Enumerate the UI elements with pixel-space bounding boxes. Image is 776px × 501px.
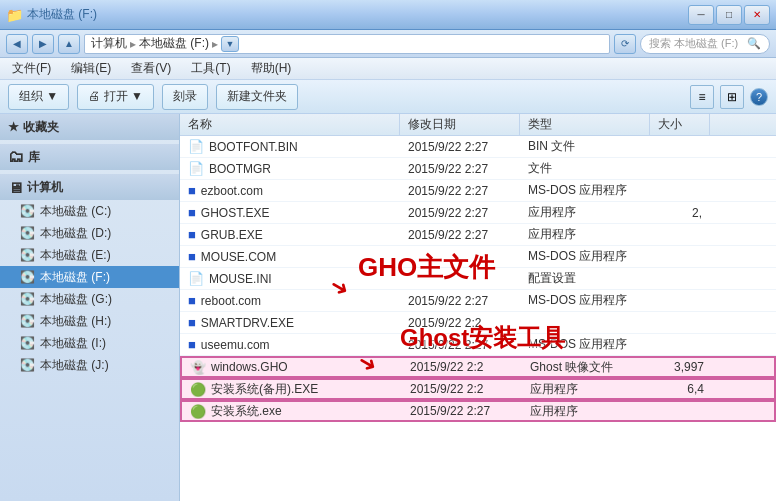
- minimize-button[interactable]: ─: [688, 5, 714, 25]
- breadcrumb-computer[interactable]: 计算机: [91, 35, 127, 52]
- file-row-install[interactable]: 🟢 安装系统.exe 2015/9/22 2:27 应用程序: [180, 400, 776, 422]
- back-button[interactable]: ◀: [6, 34, 28, 54]
- file-size-reboot: [650, 290, 710, 311]
- open-button[interactable]: 🖨 打开 ▼: [77, 84, 154, 110]
- disk-icon-g: 💽: [20, 292, 35, 306]
- file-date-reboot: 2015/9/22 2:27: [400, 290, 520, 311]
- file-type-bootmgr: 文件: [520, 158, 650, 179]
- file-name-bootfont: 📄 BOOTFONT.BIN: [180, 136, 400, 157]
- file-name-install-backup: 🟢 安装系统(备用).EXE: [182, 380, 402, 398]
- file-row-useemu[interactable]: ■ useemu.com 2015/9/22 2:27 MS-DOS 应用程序: [180, 334, 776, 356]
- file-name-windows-gho: 👻 windows.GHO: [182, 358, 402, 376]
- sidebar-item-g[interactable]: 💽 本地磁盘 (G:): [0, 288, 179, 310]
- breadcrumb[interactable]: 计算机 ▸ 本地磁盘 (F:) ▸ ▼: [84, 34, 610, 54]
- title-bar-left: 📁 本地磁盘 (F:): [6, 6, 97, 23]
- new-folder-button[interactable]: 新建文件夹: [216, 84, 298, 110]
- disk-icon-d: 💽: [20, 226, 35, 240]
- file-date-grub: 2015/9/22 2:27: [400, 224, 520, 245]
- file-row-install-backup[interactable]: 🟢 安装系统(备用).EXE 2015/9/22 2:2 应用程序 6,4: [180, 378, 776, 400]
- help-button[interactable]: ?: [750, 88, 768, 106]
- menu-file[interactable]: 文件(F): [8, 60, 55, 77]
- file-row-grub[interactable]: ■ GRUB.EXE 2015/9/22 2:27 应用程序: [180, 224, 776, 246]
- favorites-label: 收藏夹: [23, 119, 59, 136]
- up-button[interactable]: ▲: [58, 34, 80, 54]
- menu-help[interactable]: 帮助(H): [247, 60, 296, 77]
- open-label: 🖨 打开 ▼: [88, 88, 143, 105]
- burn-label: 刻录: [173, 88, 197, 105]
- col-header-type[interactable]: 类型: [520, 114, 650, 135]
- menu-tools[interactable]: 工具(T): [187, 60, 234, 77]
- libraries-label: 库: [28, 149, 40, 166]
- sidebar-item-d[interactable]: 💽 本地磁盘 (D:): [0, 222, 179, 244]
- sidebar-item-f[interactable]: 💽 本地磁盘 (F:): [0, 266, 179, 288]
- file-icon-ezboot: ■: [188, 183, 196, 198]
- folder-icon: 📁: [6, 7, 23, 23]
- forward-button[interactable]: ▶: [32, 34, 54, 54]
- file-row-reboot[interactable]: ■ reboot.com 2015/9/22 2:27 MS-DOS 应用程序: [180, 290, 776, 312]
- file-date-mouse-ini: [400, 268, 520, 289]
- sidebar-section-libraries[interactable]: 🗂 库: [0, 144, 179, 170]
- file-icon-install-backup: 🟢: [190, 382, 206, 397]
- file-row-ezboot[interactable]: ■ ezboot.com 2015/9/22 2:27 MS-DOS 应用程序: [180, 180, 776, 202]
- col-header-size[interactable]: 大小: [650, 114, 710, 135]
- drive-j-label: 本地磁盘 (J:): [40, 357, 109, 374]
- file-size-ezboot: [650, 180, 710, 201]
- burn-button[interactable]: 刻录: [162, 84, 208, 110]
- breadcrumb-dropdown[interactable]: ▼: [221, 36, 239, 52]
- file-row-bootfont[interactable]: 📄 BOOTFONT.BIN 2015/9/22 2:27 BIN 文件: [180, 136, 776, 158]
- view-toggle[interactable]: ≡: [690, 85, 714, 109]
- sidebar-section-favorites[interactable]: ★ 收藏夹: [0, 114, 179, 140]
- file-type-grub: 应用程序: [520, 224, 650, 245]
- sidebar-item-h[interactable]: 💽 本地磁盘 (H:): [0, 310, 179, 332]
- view-details[interactable]: ⊞: [720, 85, 744, 109]
- file-date-windows-gho: 2015/9/22 2:2: [402, 358, 522, 376]
- file-name-reboot: ■ reboot.com: [180, 290, 400, 311]
- sidebar-section-computer[interactable]: 🖥 计算机: [0, 174, 179, 200]
- organize-button[interactable]: 组织 ▼: [8, 84, 69, 110]
- col-header-name[interactable]: 名称: [180, 114, 400, 135]
- col-header-date[interactable]: 修改日期: [400, 114, 520, 135]
- file-size-ghost-exe: 2,: [650, 202, 710, 223]
- file-name-grub: ■ GRUB.EXE: [180, 224, 400, 245]
- file-size-windows-gho: 3,997: [652, 358, 712, 376]
- disk-icon-i: 💽: [20, 336, 35, 350]
- file-size-bootfont: [650, 136, 710, 157]
- file-row-mouse-ini[interactable]: 📄 MOUSE.INI 配置设置: [180, 268, 776, 290]
- file-type-bootfont: BIN 文件: [520, 136, 650, 157]
- file-name-useemu: ■ useemu.com: [180, 334, 400, 355]
- file-date-mouse-com: [400, 246, 520, 267]
- file-size-mouse-com: [650, 246, 710, 267]
- maximize-button[interactable]: □: [716, 5, 742, 25]
- file-row-bootmgr[interactable]: 📄 BOOTMGR 2015/9/22 2:27 文件: [180, 158, 776, 180]
- file-name-bootmgr: 📄 BOOTMGR: [180, 158, 400, 179]
- refresh-button[interactable]: ⟳: [614, 34, 636, 54]
- menu-edit[interactable]: 编辑(E): [67, 60, 115, 77]
- sidebar-item-c[interactable]: 💽 本地磁盘 (C:): [0, 200, 179, 222]
- computer-label: 计算机: [27, 179, 63, 196]
- file-name-mouse-com: ■ MOUSE.COM: [180, 246, 400, 267]
- sidebar-item-e[interactable]: 💽 本地磁盘 (E:): [0, 244, 179, 266]
- disk-icon-e: 💽: [20, 248, 35, 262]
- search-placeholder: 搜索 本地磁盘 (F:): [649, 36, 738, 51]
- close-button[interactable]: ✕: [744, 5, 770, 25]
- file-date-smartdrv: 2015/9/22 2:2: [400, 312, 520, 333]
- window-controls: ─ □ ✕: [688, 5, 770, 25]
- file-type-ezboot: MS-DOS 应用程序: [520, 180, 650, 201]
- menu-view[interactable]: 查看(V): [127, 60, 175, 77]
- file-name-mouse-ini: 📄 MOUSE.INI: [180, 268, 400, 289]
- file-row-mouse-com[interactable]: ■ MOUSE.COM MS-DOS 应用程序: [180, 246, 776, 268]
- breadcrumb-drive[interactable]: 本地磁盘 (F:): [139, 35, 209, 52]
- sidebar-item-i[interactable]: 💽 本地磁盘 (I:): [0, 332, 179, 354]
- file-row-ghost-exe[interactable]: ■ GHOST.EXE 2015/9/22 2:27 应用程序 2,: [180, 202, 776, 224]
- sidebar-item-j[interactable]: 💽 本地磁盘 (J:): [0, 354, 179, 376]
- file-row-windows-gho[interactable]: 👻 windows.GHO 2015/9/22 2:2 Ghost 映像文件 3…: [180, 356, 776, 378]
- file-date-install-backup: 2015/9/22 2:2: [402, 380, 522, 398]
- search-icon[interactable]: 🔍: [747, 37, 761, 50]
- file-icon-bootfont: 📄: [188, 139, 204, 154]
- file-row-smartdrv[interactable]: ■ SMARTDRV.EXE 2015/9/22 2:2: [180, 312, 776, 334]
- sidebar: ★ 收藏夹 🗂 库 🖥 计算机 💽 本地磁盘 (C:) 💽 本地磁盘 (D:): [0, 114, 180, 501]
- file-date-useemu: 2015/9/22 2:27: [400, 334, 520, 355]
- file-icon-mouse-com: ■: [188, 249, 196, 264]
- address-bar: ◀ ▶ ▲ 计算机 ▸ 本地磁盘 (F:) ▸ ▼ ⟳ 搜索 本地磁盘 (F:)…: [0, 30, 776, 58]
- search-box[interactable]: 搜索 本地磁盘 (F:) 🔍: [640, 34, 770, 54]
